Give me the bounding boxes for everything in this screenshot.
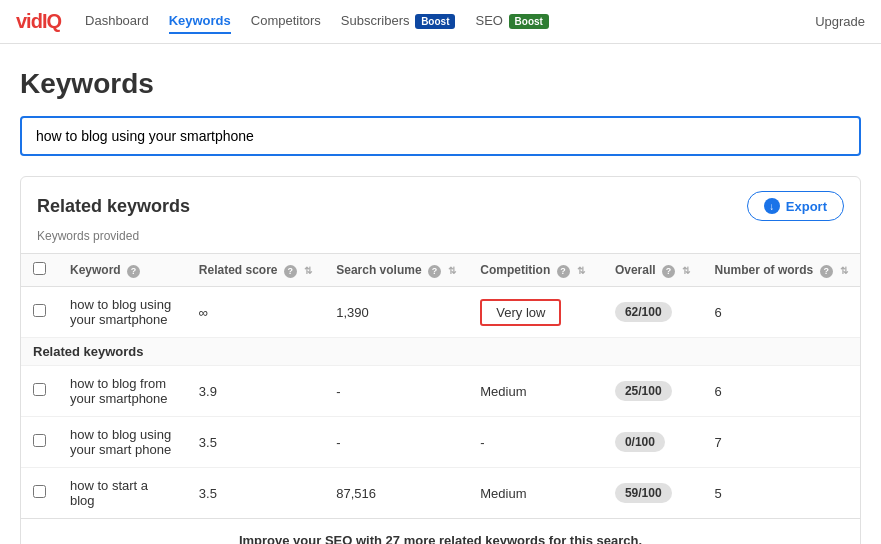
related-score-help-icon[interactable]: ? xyxy=(284,265,297,278)
primary-overall-cell: 62/100 xyxy=(603,287,703,338)
section-title: Related keywords xyxy=(37,196,190,217)
row1-keyword-text: how to blog using your smart phone xyxy=(70,427,171,457)
col-search-vol-label: Search volume xyxy=(336,263,421,277)
table-row: how to start a blog 3.5 87,516 Medium 59… xyxy=(21,468,860,519)
col-related-score-label: Related score xyxy=(199,263,278,277)
row2-keyword-cell: how to start a blog xyxy=(58,468,187,519)
nav-dashboard[interactable]: Dashboard xyxy=(85,9,149,34)
row0-overall: 25/100 xyxy=(603,366,703,417)
header-overall: Overall ? ⇅ xyxy=(603,254,703,287)
row1-overall-badge: 0/100 xyxy=(615,432,665,452)
competition-help-icon[interactable]: ? xyxy=(557,265,570,278)
row1-checkbox-cell xyxy=(21,417,58,468)
row0-competition: Medium xyxy=(468,366,603,417)
header-search-volume: Search volume ? ⇅ xyxy=(324,254,468,287)
row0-words-val: 6 xyxy=(715,384,722,399)
row0-keyword-cell: how to blog from your smartphone xyxy=(58,366,187,417)
row0-keyword-text: how to blog from your smartphone xyxy=(70,376,168,406)
select-all-checkbox[interactable] xyxy=(33,262,46,275)
nav-keywords[interactable]: Keywords xyxy=(169,9,231,34)
header-related-score: Related score ? ⇅ xyxy=(187,254,324,287)
row1-words-val: 7 xyxy=(715,435,722,450)
search-input[interactable] xyxy=(20,116,861,156)
seo-badge: Boost xyxy=(509,14,549,29)
nav-competitors[interactable]: Competitors xyxy=(251,9,321,34)
row0-checkbox-cell xyxy=(21,366,58,417)
nav-subscribers-label: Subscribers xyxy=(341,13,410,28)
primary-keyword-text: how to blog using your smartphone xyxy=(70,297,171,327)
related-section-label-row: Related keywords xyxy=(21,338,860,366)
header-competition: Competition ? ⇅ xyxy=(468,254,603,287)
row0-words: 6 xyxy=(703,366,860,417)
logo: vidIQ xyxy=(16,10,61,33)
row0-related-score-val: 3.9 xyxy=(199,384,217,399)
row2-checkbox-cell xyxy=(21,468,58,519)
navbar: vidIQ Dashboard Keywords Competitors Sub… xyxy=(0,0,881,44)
row1-search-volume: - xyxy=(324,417,468,468)
nav-subscribers[interactable]: Subscribers Boost xyxy=(341,9,456,34)
search-vol-help-icon[interactable]: ? xyxy=(428,265,441,278)
table-row: how to blog using your smart phone 3.5 -… xyxy=(21,417,860,468)
very-low-badge: Very low xyxy=(480,299,561,326)
overall-help-icon[interactable]: ? xyxy=(662,265,675,278)
section-header: Related keywords ↓ Export xyxy=(21,177,860,227)
row2-related-score: 3.5 xyxy=(187,468,324,519)
primary-keyword-cell: how to blog using your smartphone xyxy=(58,287,187,338)
row2-words-val: 5 xyxy=(715,486,722,501)
logo-vid: vid xyxy=(16,10,42,32)
nav-seo-label: SEO xyxy=(475,13,502,28)
words-sort-icon[interactable]: ⇅ xyxy=(840,265,848,276)
table-header-row: Keyword ? Related score ? ⇅ Search volum… xyxy=(21,254,860,287)
overall-sort-icon[interactable]: ⇅ xyxy=(682,265,690,276)
primary-checkbox-cell xyxy=(21,287,58,338)
primary-competition-cell: Very low xyxy=(468,287,603,338)
related-section-label-cell: Related keywords xyxy=(21,338,860,366)
competition-sort-icon[interactable]: ⇅ xyxy=(577,265,585,276)
row1-checkbox[interactable] xyxy=(33,434,46,447)
logo-iq: IQ xyxy=(42,10,61,32)
keywords-table: Keyword ? Related score ? ⇅ Search volum… xyxy=(21,253,860,518)
export-label: Export xyxy=(786,199,827,214)
row1-words: 7 xyxy=(703,417,860,468)
header-words: Number of words ? ⇅ xyxy=(703,254,860,287)
row1-competition-val: - xyxy=(480,435,484,450)
primary-words: 6 xyxy=(715,305,722,320)
row1-related-score-val: 3.5 xyxy=(199,435,217,450)
upgrade-link[interactable]: Upgrade xyxy=(815,14,865,29)
primary-search-volume: 1,390 xyxy=(336,305,369,320)
row2-checkbox[interactable] xyxy=(33,485,46,498)
primary-words-cell: 6 xyxy=(703,287,860,338)
nav-links: Dashboard Keywords Competitors Subscribe… xyxy=(85,9,791,34)
row0-search-volume-val: - xyxy=(336,384,340,399)
words-help-icon[interactable]: ? xyxy=(820,265,833,278)
keywords-section: Related keywords ↓ Export Keywords provi… xyxy=(20,176,861,544)
header-checkbox-col xyxy=(21,254,58,287)
col-overall-label: Overall xyxy=(615,263,656,277)
keyword-help-icon[interactable]: ? xyxy=(127,265,140,278)
primary-overall-badge: 62/100 xyxy=(615,302,672,322)
nav-seo[interactable]: SEO Boost xyxy=(475,9,548,34)
subscribers-badge: Boost xyxy=(415,14,455,29)
primary-related-score: ∞ xyxy=(199,305,208,320)
row2-search-volume-val: 87,516 xyxy=(336,486,376,501)
main-content: Keywords Related keywords ↓ Export Keywo… xyxy=(0,44,881,544)
primary-keyword-row: how to blog using your smartphone ∞ 1,39… xyxy=(21,287,860,338)
footer-text: Improve your SEO with 27 more related ke… xyxy=(239,533,642,544)
row0-checkbox[interactable] xyxy=(33,383,46,396)
row1-related-score: 3.5 xyxy=(187,417,324,468)
search-vol-sort-icon[interactable]: ⇅ xyxy=(448,265,456,276)
section-footer: Improve your SEO with 27 more related ke… xyxy=(21,518,860,544)
primary-search-volume-cell: 1,390 xyxy=(324,287,468,338)
row0-competition-val: Medium xyxy=(480,384,526,399)
row2-keyword-text: how to start a blog xyxy=(70,478,148,508)
export-button[interactable]: ↓ Export xyxy=(747,191,844,221)
row2-competition: Medium xyxy=(468,468,603,519)
keywords-provided-label: Keywords provided xyxy=(21,227,860,253)
col-words-label: Number of words xyxy=(715,263,814,277)
row0-search-volume: - xyxy=(324,366,468,417)
col-keyword-label: Keyword xyxy=(70,263,121,277)
col-competition-label: Competition xyxy=(480,263,550,277)
related-score-sort-icon[interactable]: ⇅ xyxy=(304,265,312,276)
primary-checkbox[interactable] xyxy=(33,304,46,317)
row2-overall: 59/100 xyxy=(603,468,703,519)
